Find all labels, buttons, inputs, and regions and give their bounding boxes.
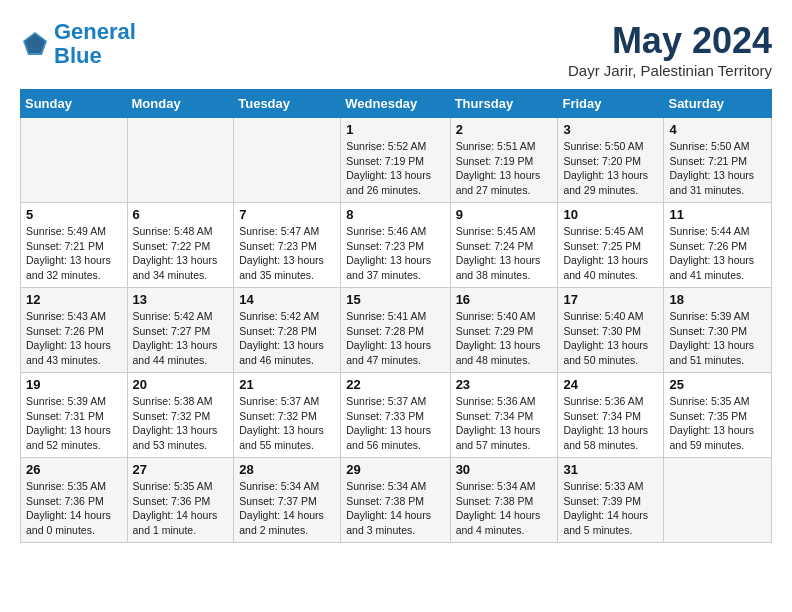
day-number: 20 (133, 377, 229, 392)
day-info: Sunrise: 5:46 AM Sunset: 7:23 PM Dayligh… (346, 224, 444, 283)
day-info: Sunrise: 5:37 AM Sunset: 7:33 PM Dayligh… (346, 394, 444, 453)
calendar-cell: 17Sunrise: 5:40 AM Sunset: 7:30 PM Dayli… (558, 288, 664, 373)
day-info: Sunrise: 5:47 AM Sunset: 7:23 PM Dayligh… (239, 224, 335, 283)
day-info: Sunrise: 5:45 AM Sunset: 7:24 PM Dayligh… (456, 224, 553, 283)
logo: General Blue (20, 20, 136, 68)
logo-text: General Blue (54, 20, 136, 68)
calendar-cell (234, 118, 341, 203)
calendar-cell: 26Sunrise: 5:35 AM Sunset: 7:36 PM Dayli… (21, 458, 128, 543)
day-info: Sunrise: 5:33 AM Sunset: 7:39 PM Dayligh… (563, 479, 658, 538)
day-number: 21 (239, 377, 335, 392)
day-number: 3 (563, 122, 658, 137)
day-info: Sunrise: 5:41 AM Sunset: 7:28 PM Dayligh… (346, 309, 444, 368)
day-info: Sunrise: 5:48 AM Sunset: 7:22 PM Dayligh… (133, 224, 229, 283)
calendar-cell: 8Sunrise: 5:46 AM Sunset: 7:23 PM Daylig… (341, 203, 450, 288)
calendar-cell: 20Sunrise: 5:38 AM Sunset: 7:32 PM Dayli… (127, 373, 234, 458)
logo-icon (20, 29, 50, 59)
day-number: 1 (346, 122, 444, 137)
day-number: 16 (456, 292, 553, 307)
calendar-cell: 21Sunrise: 5:37 AM Sunset: 7:32 PM Dayli… (234, 373, 341, 458)
column-header-monday: Monday (127, 90, 234, 118)
calendar-cell: 3Sunrise: 5:50 AM Sunset: 7:20 PM Daylig… (558, 118, 664, 203)
day-info: Sunrise: 5:52 AM Sunset: 7:19 PM Dayligh… (346, 139, 444, 198)
day-info: Sunrise: 5:45 AM Sunset: 7:25 PM Dayligh… (563, 224, 658, 283)
column-header-tuesday: Tuesday (234, 90, 341, 118)
calendar-cell: 4Sunrise: 5:50 AM Sunset: 7:21 PM Daylig… (664, 118, 772, 203)
calendar-cell: 31Sunrise: 5:33 AM Sunset: 7:39 PM Dayli… (558, 458, 664, 543)
day-info: Sunrise: 5:40 AM Sunset: 7:30 PM Dayligh… (563, 309, 658, 368)
calendar-cell: 1Sunrise: 5:52 AM Sunset: 7:19 PM Daylig… (341, 118, 450, 203)
day-number: 9 (456, 207, 553, 222)
day-info: Sunrise: 5:43 AM Sunset: 7:26 PM Dayligh… (26, 309, 122, 368)
month-title: May 2024 (568, 20, 772, 62)
calendar-table: SundayMondayTuesdayWednesdayThursdayFrid… (20, 89, 772, 543)
day-info: Sunrise: 5:51 AM Sunset: 7:19 PM Dayligh… (456, 139, 553, 198)
day-number: 24 (563, 377, 658, 392)
day-info: Sunrise: 5:49 AM Sunset: 7:21 PM Dayligh… (26, 224, 122, 283)
location-subtitle: Dayr Jarir, Palestinian Territory (568, 62, 772, 79)
calendar-cell: 14Sunrise: 5:42 AM Sunset: 7:28 PM Dayli… (234, 288, 341, 373)
calendar-cell: 29Sunrise: 5:34 AM Sunset: 7:38 PM Dayli… (341, 458, 450, 543)
day-info: Sunrise: 5:40 AM Sunset: 7:29 PM Dayligh… (456, 309, 553, 368)
calendar-cell: 7Sunrise: 5:47 AM Sunset: 7:23 PM Daylig… (234, 203, 341, 288)
calendar-cell: 12Sunrise: 5:43 AM Sunset: 7:26 PM Dayli… (21, 288, 128, 373)
day-number: 4 (669, 122, 766, 137)
calendar-cell: 2Sunrise: 5:51 AM Sunset: 7:19 PM Daylig… (450, 118, 558, 203)
calendar-cell: 30Sunrise: 5:34 AM Sunset: 7:38 PM Dayli… (450, 458, 558, 543)
day-info: Sunrise: 5:34 AM Sunset: 7:37 PM Dayligh… (239, 479, 335, 538)
column-header-sunday: Sunday (21, 90, 128, 118)
calendar-cell (21, 118, 128, 203)
title-area: May 2024 Dayr Jarir, Palestinian Territo… (568, 20, 772, 79)
day-number: 6 (133, 207, 229, 222)
day-number: 2 (456, 122, 553, 137)
day-info: Sunrise: 5:34 AM Sunset: 7:38 PM Dayligh… (456, 479, 553, 538)
calendar-cell: 11Sunrise: 5:44 AM Sunset: 7:26 PM Dayli… (664, 203, 772, 288)
column-header-thursday: Thursday (450, 90, 558, 118)
day-number: 12 (26, 292, 122, 307)
day-number: 30 (456, 462, 553, 477)
day-info: Sunrise: 5:34 AM Sunset: 7:38 PM Dayligh… (346, 479, 444, 538)
calendar-cell: 24Sunrise: 5:36 AM Sunset: 7:34 PM Dayli… (558, 373, 664, 458)
day-number: 27 (133, 462, 229, 477)
calendar-week-row: 12Sunrise: 5:43 AM Sunset: 7:26 PM Dayli… (21, 288, 772, 373)
day-info: Sunrise: 5:35 AM Sunset: 7:36 PM Dayligh… (133, 479, 229, 538)
day-info: Sunrise: 5:42 AM Sunset: 7:27 PM Dayligh… (133, 309, 229, 368)
day-number: 17 (563, 292, 658, 307)
calendar-week-row: 26Sunrise: 5:35 AM Sunset: 7:36 PM Dayli… (21, 458, 772, 543)
day-info: Sunrise: 5:42 AM Sunset: 7:28 PM Dayligh… (239, 309, 335, 368)
day-number: 22 (346, 377, 444, 392)
day-number: 13 (133, 292, 229, 307)
calendar-cell: 15Sunrise: 5:41 AM Sunset: 7:28 PM Dayli… (341, 288, 450, 373)
day-number: 7 (239, 207, 335, 222)
day-info: Sunrise: 5:39 AM Sunset: 7:30 PM Dayligh… (669, 309, 766, 368)
day-info: Sunrise: 5:38 AM Sunset: 7:32 PM Dayligh… (133, 394, 229, 453)
day-number: 5 (26, 207, 122, 222)
day-info: Sunrise: 5:37 AM Sunset: 7:32 PM Dayligh… (239, 394, 335, 453)
day-number: 23 (456, 377, 553, 392)
day-number: 11 (669, 207, 766, 222)
calendar-cell: 5Sunrise: 5:49 AM Sunset: 7:21 PM Daylig… (21, 203, 128, 288)
calendar-cell: 10Sunrise: 5:45 AM Sunset: 7:25 PM Dayli… (558, 203, 664, 288)
calendar-cell (664, 458, 772, 543)
column-header-wednesday: Wednesday (341, 90, 450, 118)
column-header-saturday: Saturday (664, 90, 772, 118)
calendar-cell: 23Sunrise: 5:36 AM Sunset: 7:34 PM Dayli… (450, 373, 558, 458)
calendar-cell: 6Sunrise: 5:48 AM Sunset: 7:22 PM Daylig… (127, 203, 234, 288)
day-number: 31 (563, 462, 658, 477)
day-info: Sunrise: 5:50 AM Sunset: 7:20 PM Dayligh… (563, 139, 658, 198)
day-number: 28 (239, 462, 335, 477)
day-info: Sunrise: 5:50 AM Sunset: 7:21 PM Dayligh… (669, 139, 766, 198)
day-number: 19 (26, 377, 122, 392)
calendar-cell: 25Sunrise: 5:35 AM Sunset: 7:35 PM Dayli… (664, 373, 772, 458)
calendar-cell: 22Sunrise: 5:37 AM Sunset: 7:33 PM Dayli… (341, 373, 450, 458)
logo-blue: Blue (54, 43, 102, 68)
calendar-week-row: 19Sunrise: 5:39 AM Sunset: 7:31 PM Dayli… (21, 373, 772, 458)
page-header: General Blue May 2024 Dayr Jarir, Palest… (20, 20, 772, 79)
day-number: 29 (346, 462, 444, 477)
calendar-cell: 18Sunrise: 5:39 AM Sunset: 7:30 PM Dayli… (664, 288, 772, 373)
day-number: 25 (669, 377, 766, 392)
day-number: 8 (346, 207, 444, 222)
day-info: Sunrise: 5:39 AM Sunset: 7:31 PM Dayligh… (26, 394, 122, 453)
day-info: Sunrise: 5:44 AM Sunset: 7:26 PM Dayligh… (669, 224, 766, 283)
calendar-cell (127, 118, 234, 203)
